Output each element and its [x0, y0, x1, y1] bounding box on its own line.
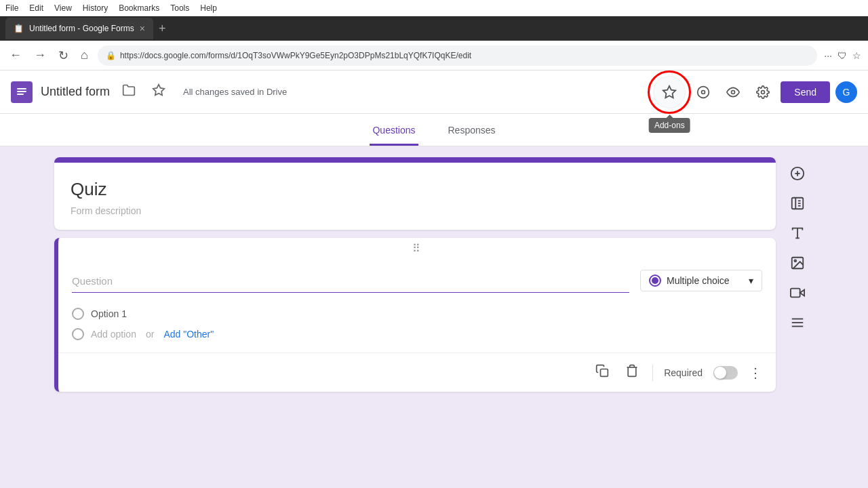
add-video-button[interactable]	[784, 279, 811, 306]
drag-handle[interactable]: ⠿	[58, 238, 776, 259]
duplicate-button[interactable]	[593, 361, 612, 384]
svg-point-20	[794, 260, 796, 262]
question-input[interactable]	[72, 270, 629, 293]
tabs-bar: Questions Responses	[0, 114, 868, 146]
nav-bookmark-icon[interactable]: ☆	[852, 50, 861, 61]
add-option-text[interactable]: Add option	[91, 329, 136, 340]
nav-more-icon[interactable]: ···	[824, 50, 832, 61]
menu-bookmarks[interactable]: Bookmarks	[119, 3, 159, 13]
add-question-button[interactable]	[784, 160, 811, 187]
address-bar[interactable]: 🔒 https://docs.google.com/forms/d/1OqT3s…	[98, 45, 817, 66]
main-content: Quiz Form description ⠿ Multiple choice …	[0, 146, 868, 488]
menu-edit[interactable]: Edit	[29, 3, 43, 13]
toggle-knob	[714, 367, 726, 379]
menu-history[interactable]: History	[83, 3, 108, 13]
browser-nav-bar: ← → ↻ ⌂ 🔒 https://docs.google.com/forms/…	[0, 41, 868, 70]
user-avatar[interactable]: G	[835, 81, 857, 103]
form-title[interactable]: Quiz	[71, 179, 760, 200]
header-right: Add-ons Send G	[653, 76, 857, 108]
svg-rect-2	[17, 91, 26, 92]
app-header: Untitled form All changes saved in Drive…	[0, 70, 868, 114]
svg-rect-3	[17, 94, 24, 95]
right-sidebar	[781, 157, 814, 488]
back-button[interactable]: ←	[7, 45, 24, 65]
question-row: Multiple choice ▾	[72, 270, 762, 293]
addons-tooltip: Add-ons	[649, 118, 690, 133]
tab-close-button[interactable]: ×	[140, 23, 145, 34]
svg-marker-21	[800, 289, 804, 296]
form-description[interactable]: Form description	[71, 205, 760, 216]
svg-marker-4	[153, 85, 165, 96]
question-type-label: Multiple choice	[667, 275, 730, 286]
settings-button[interactable]	[751, 80, 775, 104]
svg-point-8	[762, 90, 765, 94]
or-text: or	[146, 329, 154, 340]
nav-shield-icon: 🛡	[837, 50, 847, 61]
question-footer: Required ⋮	[58, 352, 776, 392]
svg-point-7	[732, 90, 735, 94]
question-card: ⠿ Multiple choice ▾ Option 1	[54, 238, 776, 392]
import-question-button[interactable]	[784, 190, 811, 217]
browser-tab[interactable]: 📋 Untitled form - Google Forms ×	[5, 18, 153, 39]
question-type-select[interactable]: Multiple choice ▾	[640, 270, 762, 291]
menu-file[interactable]: File	[5, 3, 18, 13]
menu-view[interactable]: View	[54, 3, 72, 13]
svg-rect-22	[791, 289, 800, 298]
saved-status: All changes saved in Drive	[183, 87, 645, 97]
required-label: Required	[664, 367, 703, 378]
svg-point-6	[702, 90, 705, 94]
form-area: Quiz Form description ⠿ Multiple choice …	[54, 157, 776, 488]
option-radio-1	[72, 308, 84, 320]
menu-help[interactable]: Help	[200, 3, 217, 13]
add-image-button[interactable]	[784, 249, 811, 277]
tab-icon: 📋	[14, 24, 24, 33]
app-title: Untitled form	[41, 85, 110, 99]
star-button[interactable]	[148, 79, 170, 104]
divider	[652, 365, 653, 381]
tab-title: Untitled form - Google Forms	[29, 24, 134, 33]
addons-wrapper: Add-ons	[653, 76, 686, 108]
more-options-button[interactable]: ⋮	[749, 365, 762, 381]
addons-button[interactable]	[653, 76, 686, 108]
refresh-button[interactable]: ↻	[56, 45, 71, 66]
palette-button[interactable]	[691, 80, 715, 104]
svg-rect-1	[17, 88, 26, 89]
folder-button[interactable]	[118, 79, 140, 104]
svg-point-5	[698, 86, 709, 98]
radio-dot	[652, 277, 658, 284]
send-button[interactable]: Send	[781, 81, 830, 103]
preview-button[interactable]	[721, 80, 745, 104]
new-tab-button[interactable]: +	[153, 22, 172, 36]
form-card-accent	[54, 157, 776, 163]
add-other-link[interactable]: Add "Other"	[163, 329, 214, 340]
add-title-button[interactable]	[784, 220, 811, 247]
add-section-button[interactable]	[784, 309, 811, 336]
tab-responses[interactable]: Responses	[446, 117, 498, 146]
svg-rect-9	[601, 369, 608, 377]
add-option-radio	[72, 328, 84, 340]
add-option-row: Add option or Add "Other"	[72, 324, 762, 344]
option-text-1: Option 1	[91, 308, 127, 319]
lock-icon: 🔒	[106, 51, 116, 60]
form-title-section: Quiz Form description	[54, 163, 776, 230]
form-title-card: Quiz Form description	[54, 157, 776, 230]
type-icon	[649, 274, 661, 287]
menu-bar: File Edit View History Bookmarks Tools H…	[0, 0, 868, 16]
delete-button[interactable]	[623, 361, 642, 384]
forward-button[interactable]: →	[31, 45, 49, 65]
required-toggle[interactable]	[713, 366, 738, 380]
browser-tab-bar: 📋 Untitled form - Google Forms × +	[0, 16, 868, 41]
tab-questions[interactable]: Questions	[370, 117, 418, 146]
dropdown-arrow: ▾	[749, 275, 753, 286]
option-row-1: Option 1	[72, 304, 762, 324]
nav-extras: ··· 🛡 ☆	[824, 50, 861, 61]
menu-tools[interactable]: Tools	[170, 3, 189, 13]
app-icon	[11, 81, 33, 103]
url-text: https://docs.google.com/forms/d/1OqT3soV…	[120, 51, 471, 60]
home-button[interactable]: ⌂	[78, 45, 91, 65]
question-body: Multiple choice ▾ Option 1 Add option or…	[58, 259, 776, 352]
svg-rect-13	[792, 198, 804, 209]
